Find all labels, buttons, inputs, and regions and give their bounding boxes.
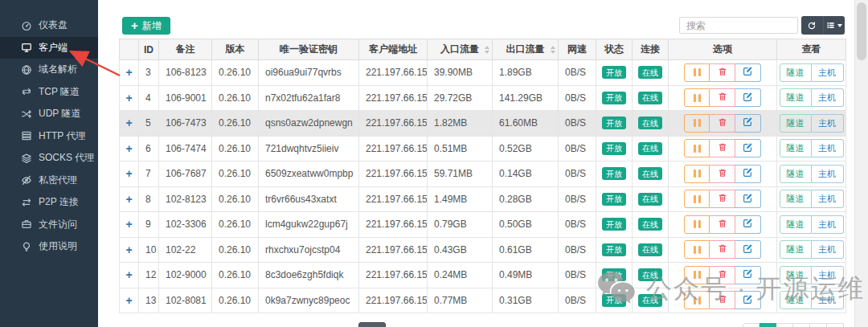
pause-button[interactable] xyxy=(684,266,710,284)
view-tunnel-button[interactable]: 隧道 xyxy=(780,63,812,82)
scrollbar-thumb[interactable] xyxy=(857,2,866,60)
col-header-traffic_out[interactable]: 出口流量 xyxy=(493,39,559,60)
pause-icon xyxy=(694,145,696,153)
view-tunnel-button[interactable]: 隧道 xyxy=(780,291,812,309)
delete-button[interactable] xyxy=(710,266,735,284)
cut-off-dark-button[interactable] xyxy=(358,322,386,327)
add-button[interactable]: + 新增 xyxy=(122,17,170,35)
pause-button[interactable] xyxy=(684,240,710,259)
sidebar-item-dns[interactable]: 域名解析 xyxy=(0,59,98,81)
expand-row-button[interactable]: + xyxy=(125,116,132,129)
pause-button[interactable] xyxy=(684,165,710,183)
pause-button[interactable] xyxy=(684,190,710,208)
view-host-button[interactable]: 主机 xyxy=(812,165,844,183)
trash-icon xyxy=(718,117,727,129)
sidebar-item-http-proxy[interactable]: HTTP 代理 xyxy=(0,125,98,148)
view-host-button[interactable]: 主机 xyxy=(812,114,844,133)
view-tunnel-button[interactable]: 隧道 xyxy=(780,139,812,157)
sidebar-item-tcp-tunnel[interactable]: TCP 隧道 xyxy=(0,81,98,104)
status-badge: 开放 xyxy=(602,243,626,256)
refresh-button[interactable] xyxy=(801,16,823,35)
expand-row-button[interactable]: + xyxy=(125,92,132,104)
page-item-«[interactable]: « xyxy=(743,323,760,327)
pause-button[interactable] xyxy=(684,291,710,309)
delete-button[interactable] xyxy=(710,291,735,309)
view-tunnel-button[interactable]: 隧道 xyxy=(780,266,812,284)
edit-button[interactable] xyxy=(735,139,761,157)
page-item-4[interactable]: 4 xyxy=(810,323,827,327)
delete-button[interactable] xyxy=(710,63,735,82)
pause-button[interactable] xyxy=(684,215,710,234)
view-host-button[interactable]: 主机 xyxy=(812,240,844,259)
view-host-button[interactable]: 主机 xyxy=(812,190,844,208)
sidebar-item-help[interactable]: 使用说明 xyxy=(0,235,98,258)
delete-button[interactable] xyxy=(710,215,735,234)
status-badge: 开放 xyxy=(602,116,626,129)
columns-button[interactable] xyxy=(823,16,845,35)
pause-icon xyxy=(694,68,696,76)
view-tunnel-button[interactable]: 隧道 xyxy=(780,165,812,183)
pause-button[interactable] xyxy=(684,63,710,82)
view-host-button[interactable]: 主机 xyxy=(812,88,844,107)
expand-row-button[interactable]: + xyxy=(125,243,132,256)
view-host-button[interactable]: 主机 xyxy=(812,139,844,157)
monitor-icon xyxy=(21,42,32,53)
sidebar-item-p2p[interactable]: P2P 连接 xyxy=(0,191,98,214)
sidebar-item-client[interactable]: 客户端 xyxy=(0,37,98,59)
expand-row-button[interactable]: + xyxy=(125,142,132,155)
expand-row-button[interactable]: + xyxy=(125,167,132,180)
vertical-scrollbar[interactable] xyxy=(854,0,868,327)
edit-button[interactable] xyxy=(735,165,761,183)
view-tunnel-button[interactable]: 隧道 xyxy=(780,190,812,208)
page-item-2[interactable]: 2 xyxy=(776,323,793,327)
delete-button[interactable] xyxy=(710,88,735,107)
edit-button[interactable] xyxy=(735,240,761,259)
page-item-3[interactable]: 3 xyxy=(793,323,810,327)
view-host-button[interactable]: 主机 xyxy=(812,291,844,309)
view-host-button[interactable]: 主机 xyxy=(812,215,844,234)
pause-button[interactable] xyxy=(684,88,710,107)
delete-button[interactable] xyxy=(710,165,735,183)
view-host-button[interactable]: 主机 xyxy=(812,63,844,82)
expand-row-button[interactable]: + xyxy=(125,294,132,307)
expand-row-button[interactable]: + xyxy=(125,66,132,79)
edit-button[interactable] xyxy=(735,190,761,208)
view-host-button[interactable]: 主机 xyxy=(812,266,844,284)
sidebar-item-socks-proxy[interactable]: SOCKS 代理 xyxy=(0,147,98,170)
sidebar-menu: 仪表盘客户端域名解析TCP 隧道UDP 隧道HTTP 代理SOCKS 代理私密代… xyxy=(0,14,98,258)
page-item-»[interactable]: » xyxy=(827,323,844,327)
delete-button[interactable] xyxy=(710,114,735,133)
row-view-buttons: 隧道主机 xyxy=(780,190,844,208)
delete-button[interactable] xyxy=(710,139,735,157)
sort-icon xyxy=(551,46,555,54)
edit-button[interactable] xyxy=(735,114,761,133)
edit-button[interactable] xyxy=(735,291,761,309)
pagination: «1234» xyxy=(743,323,844,327)
expand-row-button[interactable]: + xyxy=(125,218,132,231)
view-tunnel-button[interactable]: 隧道 xyxy=(780,215,812,234)
sidebar-item-file-access[interactable]: 文件访问 xyxy=(0,214,98,236)
edit-button[interactable] xyxy=(735,266,761,284)
edit-button[interactable] xyxy=(735,88,761,107)
expand-row-button[interactable]: + xyxy=(125,193,132,206)
delete-button[interactable] xyxy=(710,240,735,259)
pause-button[interactable] xyxy=(684,139,710,157)
delete-button[interactable] xyxy=(710,190,735,208)
globe-icon xyxy=(21,64,32,76)
expand-row-button[interactable]: + xyxy=(125,268,132,281)
page-item-1[interactable]: 1 xyxy=(760,323,776,327)
connection-badge: 在线 xyxy=(638,66,662,79)
sidebar-item-dashboard[interactable]: 仪表盘 xyxy=(0,14,98,37)
pause-button[interactable] xyxy=(684,114,710,133)
sidebar-item-udp-tunnel[interactable]: UDP 隧道 xyxy=(0,103,98,125)
view-tunnel-button[interactable]: 隧道 xyxy=(780,88,812,107)
table-header-row: ID备注版本唯一验证密钥客户端地址入口流量出口流量网速状态连接选项查看 xyxy=(120,39,846,60)
view-tunnel-button[interactable]: 隧道 xyxy=(780,240,812,259)
edit-button[interactable] xyxy=(735,215,761,234)
search-input[interactable] xyxy=(679,17,798,34)
view-tunnel-button[interactable]: 隧道 xyxy=(780,114,812,133)
edit-button[interactable] xyxy=(735,63,761,82)
trash-icon xyxy=(718,168,727,180)
col-header-traffic_in[interactable]: 入口流量 xyxy=(428,39,493,60)
sidebar-item-private-proxy[interactable]: 私密代理 xyxy=(0,170,98,192)
